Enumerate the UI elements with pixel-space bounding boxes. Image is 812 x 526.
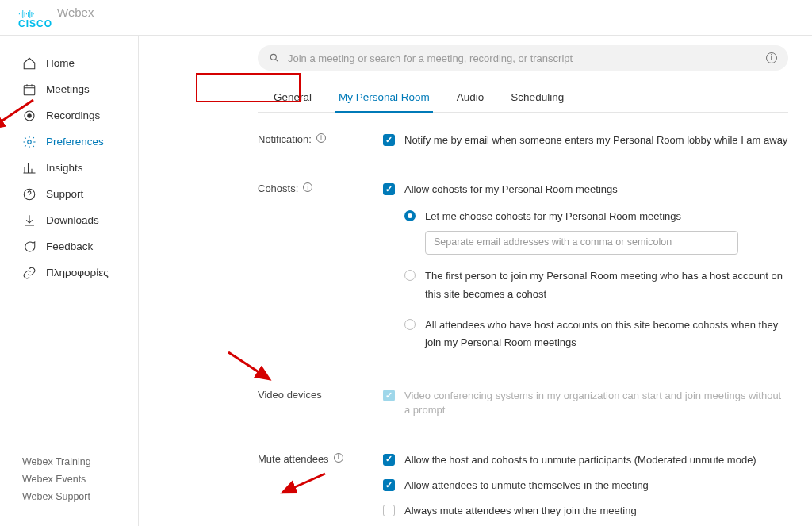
sidebar-item-label: Meetings [46,83,90,95]
cohost-email-input[interactable]: Separate email addresses with a comma or… [425,231,738,255]
calendar-icon [22,83,36,97]
checkbox-notification[interactable] [383,134,395,146]
option-mute1: Allow the host and cohosts to unmute par… [404,453,788,467]
link-icon [22,266,36,280]
chart-icon [22,161,36,175]
label-mute: Mute attendees [258,453,329,465]
checkbox-mute-opt3[interactable] [383,505,395,516]
sidebar-item-insights[interactable]: Insights [0,155,138,181]
tabs: General My Personal Room Audio Schedulin… [258,86,788,113]
tab-my-personal-room[interactable]: My Personal Room [335,86,433,113]
label-video: Video devices [258,389,322,401]
sidebar-item-label: Feedback [46,240,93,252]
info-icon[interactable]: i [303,182,312,192]
sidebar-footer: Webex Training Webex Events Webex Suppor… [0,456,138,526]
svg-point-2 [28,113,32,117]
brand-product: Webex [57,6,94,19]
checkbox-video-devices [383,390,395,401]
option-mute2: Allow attendees to unmute themselves in … [404,478,788,493]
info-icon[interactable]: i [334,453,343,463]
checkbox-allow-cohosts[interactable] [383,183,395,195]
cisco-bars-icon: ·ı|ı·ı|ı· [18,12,52,17]
sidebar-item-support[interactable]: Support [0,181,138,207]
checkbox-mute-opt2[interactable] [383,479,395,491]
sidebar-item-downloads[interactable]: Downloads [0,207,138,233]
record-icon [22,109,36,123]
search-input[interactable]: Join a meeting or search for a meeting, … [258,45,788,71]
search-icon [269,52,280,63]
radio-choose-cohosts[interactable] [404,210,416,221]
brand-cisco: CISCO [18,18,52,29]
search-placeholder: Join a meeting or search for a meeting, … [288,52,573,64]
sidebar-item-label: Preferences [46,136,104,148]
cohost-email-placeholder: Separate email addresses with a comma or… [434,234,672,251]
tab-audio[interactable]: Audio [454,86,488,112]
radio-all-attendees[interactable] [404,319,416,330]
row-notification: Notification: i Notify me by email when … [258,133,788,159]
sidebar-item-preferences[interactable]: Preferences [0,129,138,155]
sidebar: Home Meetings Recordings Preferences Ins… [0,36,139,526]
checkbox-mute-opt1[interactable] [383,454,395,466]
footer-link-events[interactable]: Webex Events [22,474,138,485]
footer-link-support[interactable]: Webex Support [22,491,138,502]
option-mute3: Always mute attendees when they join the… [404,504,788,518]
sidebar-item-label: Πληροφορίες [46,267,109,278]
row-video-devices: Video devices Video conferencing systems… [258,389,788,428]
tab-scheduling[interactable]: Scheduling [508,86,567,112]
help-icon [22,187,36,202]
radio-label-first: The first person to join my Personal Roo… [425,267,788,304]
home-icon [22,56,36,71]
label-cohosts: Cohosts: [258,182,298,194]
download-icon [22,213,36,228]
search-info-icon[interactable]: i [766,52,777,63]
row-mute-attendees: Mute attendees i Allow the host and coho… [258,453,788,527]
option-allow-cohosts: Allow cohosts for my Personal Room meeti… [404,182,788,197]
radio-first-person[interactable] [404,270,416,281]
logo: ·ı|ı·ı|ı· CISCO Webex [18,6,94,29]
sidebar-item-feedback[interactable]: Feedback [0,233,138,259]
radio-label-choose: Let me choose cohosts for my Personal Ro… [425,210,681,222]
row-cohosts: Cohosts: i Allow cohosts for my Personal… [258,182,788,365]
sidebar-item-label: Insights [46,162,83,174]
sidebar-item-home[interactable]: Home [0,50,138,76]
header: ·ı|ı·ı|ı· CISCO Webex [0,0,812,36]
footer-link-training[interactable]: Webex Training [22,456,138,467]
sidebar-item-label: Support [46,188,83,200]
info-icon[interactable]: i [316,133,326,143]
tab-general[interactable]: General [270,86,315,112]
sidebar-item-label: Home [46,57,75,69]
sidebar-item-recordings[interactable]: Recordings [0,102,138,129]
svg-rect-0 [24,85,35,94]
svg-point-5 [270,54,276,60]
label-notification: Notification: [258,133,312,145]
content: Join a meeting or search for a meeting, … [139,36,812,526]
option-notification: Notify me by email when someone enters m… [404,133,788,148]
svg-point-3 [28,140,32,144]
gear-icon [22,135,36,149]
radio-label-all: All attendees who have host accounts on … [425,317,788,353]
sidebar-item-meetings[interactable]: Meetings [0,76,138,102]
sidebar-item-label: Downloads [46,214,99,226]
option-video-devices: Video conferencing systems in my organiz… [404,389,788,417]
chat-icon [22,240,36,254]
sidebar-item-label: Recordings [46,109,100,121]
sidebar-item-info[interactable]: Πληροφορίες [0,259,138,286]
